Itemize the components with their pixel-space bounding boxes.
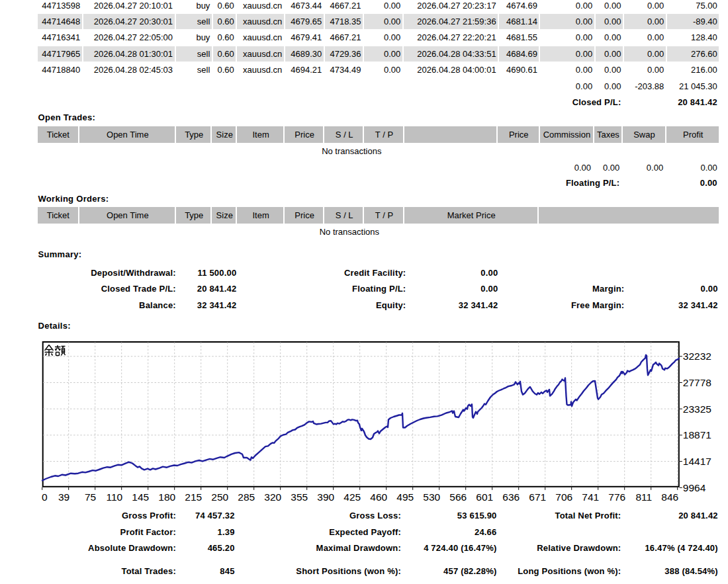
svg-text:776: 776 [608, 491, 625, 503]
svg-text:180: 180 [158, 491, 175, 503]
svg-text:75: 75 [85, 491, 96, 503]
svg-text:636: 636 [502, 491, 520, 503]
svg-text:320: 320 [264, 491, 281, 503]
svg-text:355: 355 [291, 491, 308, 503]
svg-text:811: 811 [635, 491, 652, 503]
svg-text:530: 530 [423, 491, 440, 503]
svg-text:741: 741 [582, 491, 599, 503]
svg-text:145: 145 [132, 491, 149, 503]
svg-text:425: 425 [343, 491, 361, 503]
svg-text:495: 495 [396, 491, 414, 503]
svg-text:250: 250 [211, 491, 228, 503]
svg-text:706: 706 [555, 491, 572, 503]
svg-text:32232: 32232 [683, 351, 711, 362]
svg-text:460: 460 [370, 491, 387, 503]
svg-text:601: 601 [476, 491, 493, 503]
svg-text:846: 846 [661, 491, 678, 503]
svg-text:39: 39 [58, 491, 69, 503]
svg-text:390: 390 [317, 491, 334, 503]
svg-text:18871: 18871 [683, 429, 711, 440]
svg-text:110: 110 [106, 491, 122, 503]
svg-text:566: 566 [449, 491, 467, 503]
svg-text:0: 0 [42, 491, 48, 503]
svg-text:285: 285 [238, 491, 255, 503]
svg-text:14417: 14417 [683, 456, 711, 467]
svg-text:9964: 9964 [683, 482, 706, 493]
svg-text:215: 215 [185, 491, 202, 503]
svg-text:23325: 23325 [683, 403, 711, 415]
svg-text:671: 671 [529, 491, 546, 503]
svg-text:27778: 27778 [683, 377, 711, 388]
